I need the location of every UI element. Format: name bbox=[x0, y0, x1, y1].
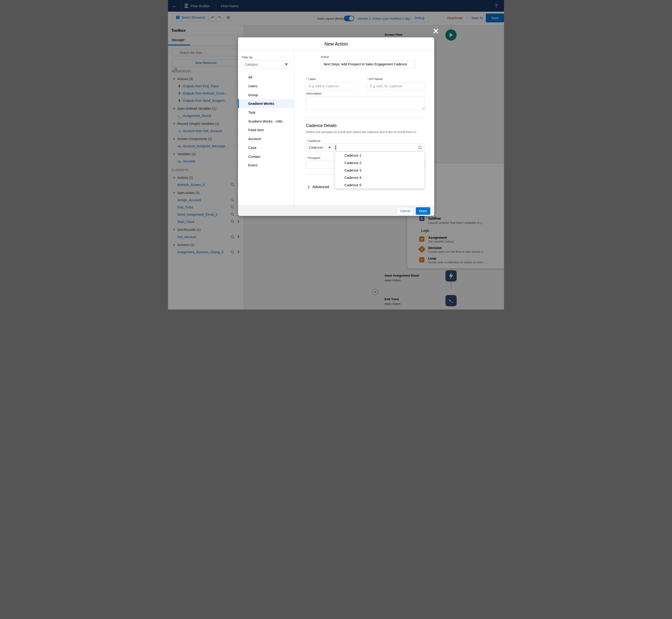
prospect-field-label: *Prospect bbox=[306, 156, 320, 160]
filter-category-select[interactable]: Category bbox=[242, 60, 291, 69]
filter-category-value: Category bbox=[245, 63, 258, 66]
cadence-option-label: Cadence 4 bbox=[345, 176, 361, 180]
cadence-option[interactable]: Cadence 4 bbox=[335, 174, 425, 181]
category-item-label: All bbox=[248, 75, 252, 79]
text-cursor bbox=[335, 145, 336, 150]
modal-footer: Cancel Done bbox=[238, 205, 434, 216]
chevron-right-icon bbox=[307, 186, 310, 189]
required-asterisk: * bbox=[306, 139, 307, 143]
cadence-option[interactable]: Cadence 1 bbox=[335, 152, 425, 159]
advanced-label: Advanced bbox=[312, 185, 329, 189]
label-field-label: *Label bbox=[306, 77, 316, 81]
category-item-label: Users bbox=[248, 84, 257, 88]
cadence-option-label: Cadence 2 bbox=[345, 161, 361, 165]
required-asterisk: * bbox=[306, 77, 307, 81]
category-item-label: Account bbox=[248, 137, 261, 141]
required-asterisk: * bbox=[306, 156, 307, 160]
category-item-label: Gradient Works - Utils bbox=[248, 119, 282, 123]
done-button[interactable]: Done bbox=[416, 207, 430, 215]
cadence-combobox: Cadences bbox=[306, 144, 425, 151]
cadence-option-label: Cadence 1 bbox=[345, 153, 361, 157]
divider bbox=[306, 118, 425, 118]
label-input[interactable] bbox=[306, 82, 357, 90]
category-item[interactable]: Group bbox=[238, 90, 294, 99]
api-name-input[interactable] bbox=[367, 82, 425, 90]
cadence-option-label: Cadence 3 bbox=[345, 168, 361, 172]
cadence-option[interactable]: Cadence 3 bbox=[335, 166, 425, 174]
action-label: Action bbox=[321, 55, 329, 59]
category-item-label: Gradient Works bbox=[248, 101, 274, 106]
category-item[interactable]: Event bbox=[238, 161, 294, 170]
cadence-option[interactable]: Cadence 2 bbox=[335, 159, 425, 167]
cadence-option[interactable]: Cadence 5 bbox=[335, 181, 425, 189]
modal-body: Filter by Category AllUsersGroupGradient… bbox=[238, 51, 434, 205]
category-item[interactable]: Case bbox=[238, 143, 294, 152]
cadence-details-title: Cadence Details bbox=[306, 123, 337, 128]
category-item-label: Case bbox=[248, 146, 256, 150]
category-item-label: Contact bbox=[248, 154, 260, 158]
cadence-search-input[interactable] bbox=[333, 144, 425, 151]
category-item-label: Feed Item bbox=[248, 128, 264, 132]
category-item[interactable]: Contact bbox=[238, 152, 294, 161]
search-icon bbox=[418, 146, 422, 150]
cadence-option-label: Cadence 5 bbox=[345, 183, 361, 187]
action-form-panel: Action *Label *API Name Description Cade… bbox=[294, 51, 434, 205]
required-asterisk: * bbox=[367, 77, 368, 81]
category-item[interactable]: Account bbox=[238, 134, 294, 143]
category-item[interactable]: Gradient Works bbox=[238, 99, 294, 108]
cadence-field-label: *Cadence bbox=[306, 139, 320, 143]
category-item-label: Group bbox=[248, 93, 258, 97]
close-button[interactable] bbox=[433, 28, 439, 34]
cadence-entity-value: Cadences bbox=[309, 146, 323, 149]
category-item[interactable]: Users bbox=[238, 82, 294, 90]
chevron-down-icon bbox=[285, 64, 288, 65]
cadence-details-subtitle: Define the prospect to enroll and select… bbox=[306, 130, 417, 134]
advanced-section-toggle[interactable]: Advanced bbox=[307, 185, 329, 189]
category-item-label: Event bbox=[248, 163, 257, 167]
cancel-button[interactable]: Cancel bbox=[397, 207, 414, 215]
modal-title: New Action bbox=[238, 41, 434, 47]
category-item[interactable]: Feed Item bbox=[238, 126, 294, 134]
action-input[interactable] bbox=[321, 60, 416, 68]
new-action-modal: New Action Filter by Category AllUsersGr… bbox=[238, 37, 434, 216]
cadence-entity-select[interactable]: Cadences bbox=[306, 144, 333, 151]
category-item[interactable]: All bbox=[238, 73, 294, 82]
description-field-label: Description bbox=[306, 92, 321, 95]
category-list: AllUsersGroupGradient WorksTaskGradient … bbox=[238, 73, 294, 170]
category-item[interactable]: Task bbox=[238, 108, 294, 117]
api-name-field-label: *API Name bbox=[367, 77, 382, 81]
modal-header: New Action bbox=[238, 37, 434, 51]
category-panel: Filter by Category AllUsersGroupGradient… bbox=[238, 51, 294, 205]
flow-builder-window: Screen Flow Subflow Launch another flow … bbox=[168, 0, 504, 310]
chevron-down-icon bbox=[328, 147, 330, 148]
description-textarea[interactable] bbox=[306, 96, 425, 110]
divider bbox=[306, 174, 334, 175]
category-item[interactable]: Gradient Works - Utils bbox=[238, 117, 294, 126]
filter-by-label: Filter by bbox=[242, 56, 252, 59]
cadence-options-dropdown: Cadence 1Cadence 2Cadence 3Cadence 4Cade… bbox=[334, 151, 425, 189]
category-item-label: Task bbox=[248, 111, 255, 114]
